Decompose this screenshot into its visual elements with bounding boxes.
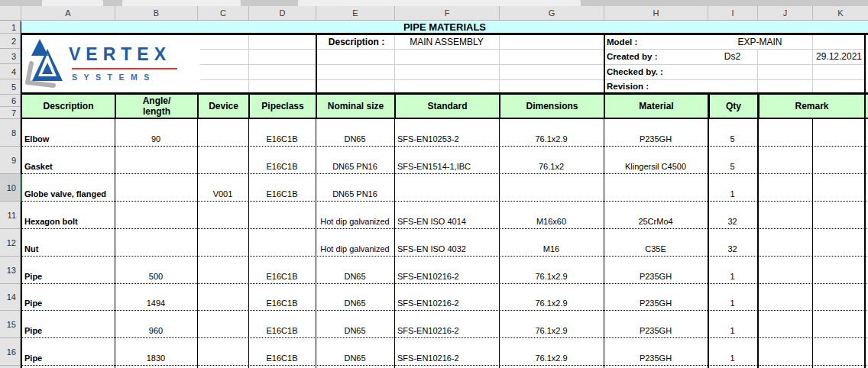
cell-standard[interactable]: SFS-EN10216-2 <box>395 338 497 365</box>
cell-qty[interactable]: 1 <box>708 338 757 365</box>
cell-remark[interactable] <box>812 338 864 365</box>
cell-material[interactable] <box>604 174 708 201</box>
cell-pipeclass[interactable]: E16C1B <box>248 311 316 337</box>
column-header[interactable]: D <box>248 6 316 20</box>
cell-device[interactable] <box>197 311 248 337</box>
cell-description[interactable]: Gasket <box>22 147 113 173</box>
cell-remark[interactable] <box>812 229 864 256</box>
cell-angle-length[interactable] <box>115 229 197 256</box>
header-material[interactable]: Material <box>605 95 708 118</box>
cell-remark[interactable] <box>757 257 812 283</box>
cell-remark[interactable] <box>757 202 812 228</box>
cell-remark[interactable] <box>812 311 864 337</box>
cell-qty[interactable]: 1 <box>708 257 757 283</box>
cell-nominal-size[interactable]: DN65 PN16 <box>316 174 394 201</box>
row-header[interactable]: 16 <box>0 338 20 366</box>
column-header[interactable]: I <box>708 6 757 20</box>
cell-qty[interactable]: 1 <box>708 311 757 337</box>
row-header[interactable]: 3 <box>0 49 20 64</box>
header-pipeclass[interactable]: Pipeclass <box>250 95 316 118</box>
row-header[interactable]: 12 <box>0 229 20 257</box>
cell-dimensions[interactable]: 76.1x2 <box>499 147 604 173</box>
cell-dimensions[interactable]: 76.1x2.9 <box>499 311 604 337</box>
cell-remark[interactable] <box>757 284 812 310</box>
cell-dimensions[interactable]: M16 <box>499 229 604 256</box>
row-header[interactable]: 5 <box>0 79 20 95</box>
cell-nominal-size[interactable]: DN65 <box>316 311 394 337</box>
checked-by-label[interactable]: Checked by. : <box>604 64 708 79</box>
cell-description[interactable]: Nut <box>22 229 113 256</box>
cell-standard[interactable]: SFS-EN10216-2 <box>395 257 497 283</box>
cell-description[interactable]: Hexagon bolt <box>22 202 113 228</box>
column-header[interactable]: B <box>115 6 197 20</box>
cell-dimensions[interactable]: 76.1x2.9 <box>499 119 604 146</box>
cell-description[interactable]: Pipe <box>22 284 113 310</box>
cell-description[interactable]: Pipe <box>22 311 113 337</box>
cell-device[interactable] <box>197 338 248 365</box>
cell-remark[interactable] <box>757 174 812 201</box>
cell-material[interactable]: Klingersil C4500 <box>604 147 708 173</box>
cell-angle-length[interactable] <box>115 202 197 228</box>
cell-material[interactable]: P235GH <box>604 284 708 310</box>
header-qty[interactable]: Qty <box>710 95 757 118</box>
description-label[interactable]: Description : <box>316 35 394 49</box>
row-header[interactable]: 8 <box>0 119 20 147</box>
cell-dimensions[interactable]: 76.1x2.9 <box>499 284 604 310</box>
header-description[interactable]: Description <box>22 95 115 118</box>
cell-remark[interactable] <box>757 311 812 337</box>
row-header[interactable]: 2 <box>0 34 20 49</box>
cell-remark[interactable] <box>812 257 864 283</box>
cell-remark[interactable] <box>812 284 864 310</box>
model-value[interactable]: EXP-MAIN <box>708 35 812 49</box>
header-standard[interactable]: Standard <box>396 95 499 118</box>
cell-description[interactable]: Pipe <box>22 257 113 283</box>
cell-pipeclass[interactable]: E16C1B <box>248 284 316 310</box>
cell-material[interactable]: C35E <box>604 229 708 256</box>
column-header[interactable]: J <box>757 6 812 20</box>
header-remark[interactable]: Remark <box>760 95 864 118</box>
cell-material[interactable]: P235GH <box>604 257 708 283</box>
cell-material[interactable]: P235GH <box>604 338 708 365</box>
cell-nominal-size[interactable]: Hot dip galvanized <box>316 229 394 256</box>
cell-nominal-size[interactable]: DN65 PN16 <box>316 147 394 173</box>
description-value[interactable]: MAIN ASSEMBLY <box>394 35 499 49</box>
cell-nominal-size[interactable]: DN65 <box>316 119 394 146</box>
cell-remark[interactable] <box>812 174 864 201</box>
cell-standard[interactable]: SFS-EN1514-1,IBC <box>395 147 497 173</box>
cell-description[interactable]: Pipe <box>22 338 113 365</box>
row-header[interactable]: 11 <box>0 202 20 229</box>
row-header[interactable]: 1 <box>0 21 20 34</box>
cell-angle-length[interactable] <box>115 147 197 173</box>
cell-pipeclass[interactable]: E16C1B <box>248 338 316 365</box>
cell-device[interactable] <box>197 229 248 256</box>
cell-angle-length[interactable]: 500 <box>115 257 197 283</box>
vertex-logo[interactable]: VERTEX SYSTEMS <box>23 36 200 92</box>
header-dimensions[interactable]: Dimensions <box>500 95 604 118</box>
cell-pipeclass[interactable]: E16C1B <box>248 174 316 201</box>
cell-nominal-size[interactable]: DN65 <box>316 284 394 310</box>
cell-material[interactable]: P235GH <box>604 311 708 337</box>
cell-remark[interactable] <box>812 147 864 173</box>
cell-remark[interactable] <box>757 229 812 256</box>
cell-angle-length[interactable]: 90 <box>115 119 197 146</box>
column-header[interactable]: C <box>197 6 248 20</box>
cell-standard[interactable]: SFS-EN ISO 4014 <box>395 202 497 228</box>
cell-angle-length[interactable]: 1494 <box>115 284 197 310</box>
cell-standard[interactable]: SFS-EN10216-2 <box>395 284 497 310</box>
row-header[interactable]: 13 <box>0 257 20 284</box>
cell-dimensions[interactable]: M16x60 <box>499 202 604 228</box>
column-header[interactable]: H <box>604 6 708 20</box>
cell-remark[interactable] <box>812 119 864 146</box>
cell-description[interactable]: Globe valve, flanged <box>22 174 113 201</box>
column-header[interactable]: F <box>394 6 499 20</box>
cell-description[interactable]: Elbow <box>22 119 113 146</box>
cell-dimensions[interactable] <box>499 174 604 201</box>
cell-remark[interactable] <box>757 147 812 173</box>
cell-standard[interactable]: SFS-EN10216-2 <box>395 311 497 337</box>
cell-device[interactable] <box>197 257 248 283</box>
cell-qty[interactable]: 1 <box>708 174 757 201</box>
cell-qty[interactable]: 32 <box>708 202 757 228</box>
header-nominal-size[interactable]: Nominal size <box>317 95 394 118</box>
cell-angle-length[interactable] <box>115 174 197 201</box>
cell-qty[interactable]: 1 <box>708 284 757 310</box>
